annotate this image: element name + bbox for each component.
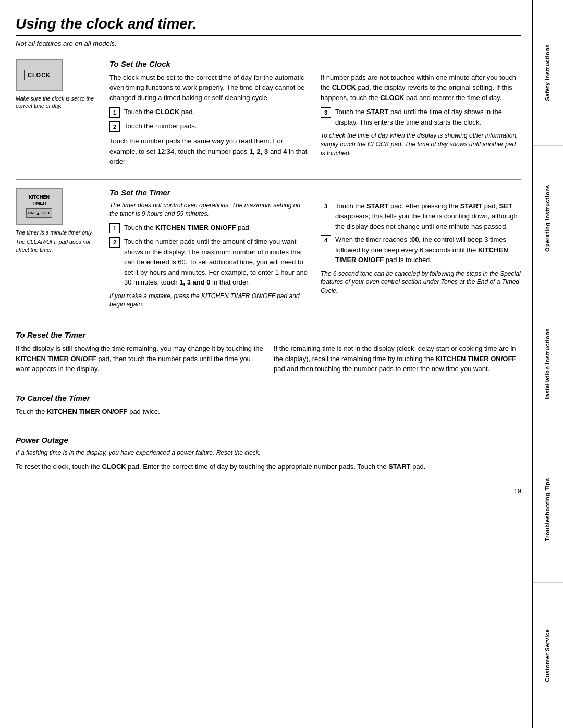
reset-timer-section: To Reset the Timer If the display is sti… bbox=[16, 330, 521, 386]
cancel-timer-title: To Cancel the Timer bbox=[16, 393, 521, 402]
clock-step-1: 1 Touch the CLOCK pad. bbox=[109, 107, 310, 118]
step-num-1: 1 bbox=[109, 107, 120, 118]
timer-image-label: KITCHENTIMER bbox=[29, 194, 50, 206]
timer-step-1-text: Touch the KITCHEN TIMER ON/OFF pad. bbox=[124, 223, 251, 233]
timer-step-num-1: 1 bbox=[109, 223, 120, 233]
clock-left-col: The clock must be set to the correct tim… bbox=[109, 72, 310, 171]
set-clock-title: To Set the Clock bbox=[109, 59, 521, 68]
clock-step-3-text: Touch the START pad until the time of da… bbox=[335, 107, 521, 127]
clock-step-1-text: Touch the CLOCK pad. bbox=[124, 107, 194, 117]
reset-timer-content: If the display is still showing the time… bbox=[16, 343, 521, 378]
set-timer-title: To Set the Timer bbox=[109, 188, 521, 197]
timer-step-num-3: 3 bbox=[321, 202, 331, 212]
timer-step-2-text: Touch the number pads until the amount o… bbox=[124, 237, 310, 288]
clock-caption: Make sure the clock is set to the correc… bbox=[16, 95, 99, 110]
timer-left-col: The timer does not control oven operatio… bbox=[109, 201, 310, 314]
set-timer-section: KITCHENTIMER ON ▲ OFF The timer is a min… bbox=[16, 188, 521, 323]
step-num-3: 3 bbox=[321, 107, 331, 118]
reset-timer-title: To Reset the Timer bbox=[16, 330, 521, 339]
timer-step-1: 1 Touch the KITCHEN TIMER ON/OFF pad. bbox=[109, 223, 310, 233]
clock-step-2-text: Touch the number pads. bbox=[124, 121, 197, 131]
timer-switch: ON ▲ OFF bbox=[26, 208, 52, 218]
timer-image: KITCHENTIMER ON ▲ OFF bbox=[16, 188, 63, 225]
clock-content: To Set the Clock The clock must be set t… bbox=[109, 59, 521, 171]
page-title: Using the clock and timer. bbox=[16, 16, 521, 36]
clock-image: CLOCK bbox=[16, 59, 63, 91]
page-subtitle: Not all features are on all models. bbox=[16, 39, 521, 49]
timer-step-num-4: 4 bbox=[321, 235, 331, 245]
power-outage-section: Power Outage If a flashing time is in th… bbox=[16, 436, 521, 483]
clock-image-col: CLOCK Make sure the clock is set to the … bbox=[16, 59, 99, 171]
clock-step3-list: 3 Touch the START pad until the time of … bbox=[321, 107, 521, 127]
clock-body-left: The clock must be set to the correct tim… bbox=[109, 72, 310, 103]
timer-caption-1: The timer is a minute timer only. bbox=[16, 229, 99, 237]
timer-right-italic: The 6 second tone can be canceled by fol… bbox=[321, 269, 521, 295]
sidebar-operating-label: Operating Instructions bbox=[544, 184, 551, 252]
clock-label: CLOCK bbox=[24, 70, 54, 80]
cancel-timer-text: Touch the KITCHEN TIMER ON/OFF pad twice… bbox=[16, 406, 521, 417]
clock-step-3: 3 Touch the START pad until the time of … bbox=[321, 107, 521, 127]
sidebar-operating: Operating Instructions bbox=[533, 146, 563, 292]
step-num-2: 2 bbox=[109, 121, 120, 132]
timer-step-4-text: When the timer reaches :00, the control … bbox=[335, 235, 521, 265]
timer-mistake-note: If you make a mistake, press the KITCHEN… bbox=[109, 292, 310, 310]
reset-timer-right: If the remaining time is not in the disp… bbox=[274, 343, 521, 378]
timer-step-4: 4 When the timer reaches :00, the contro… bbox=[321, 235, 521, 265]
clock-step-2: 2 Touch the number pads. bbox=[109, 121, 310, 132]
set-clock-section: CLOCK Make sure the clock is set to the … bbox=[16, 59, 521, 180]
clock-mid-para: Touch the number pads the same way you r… bbox=[109, 136, 310, 167]
timer-off-label: OFF bbox=[42, 211, 51, 216]
timer-steps-right: 3 Touch the START pad. After pressing th… bbox=[321, 201, 521, 265]
timer-image-col: KITCHENTIMER ON ▲ OFF The timer is a min… bbox=[16, 188, 99, 314]
timer-right-col: 3 Touch the START pad. After pressing th… bbox=[321, 201, 521, 314]
power-outage-title: Power Outage bbox=[16, 436, 521, 445]
sidebar-safety: Safety Instructions bbox=[533, 0, 563, 146]
timer-step-3-text: Touch the START pad. After pressing the … bbox=[335, 201, 521, 232]
power-outage-body: To reset the clock, touch the CLOCK pad.… bbox=[16, 462, 521, 472]
timer-arrow: ▲ bbox=[35, 210, 41, 217]
clock-body-right: If number pads are not touched within on… bbox=[321, 72, 521, 103]
timer-step-3: 3 Touch the START pad. After pressing th… bbox=[321, 201, 521, 232]
timer-content: To Set the Timer The timer does not cont… bbox=[109, 188, 521, 314]
timer-steps-left: 1 Touch the KITCHEN TIMER ON/OFF pad. 2 … bbox=[109, 223, 310, 288]
sidebar-troubleshooting: Troubleshooting Tips bbox=[533, 437, 563, 583]
sidebar-safety-label: Safety Instructions bbox=[544, 44, 551, 101]
sidebar-installation-label: Installation Instructions bbox=[544, 328, 551, 400]
right-sidebar: Safety Instructions Operating Instructio… bbox=[532, 0, 563, 728]
page-number: 19 bbox=[16, 483, 521, 495]
clock-steps: 1 Touch the CLOCK pad. 2 Touch the numbe… bbox=[109, 107, 310, 132]
reset-timer-right-text: If the remaining time is not in the disp… bbox=[274, 343, 521, 374]
clock-right-note: To check the time of day when the displa… bbox=[321, 131, 521, 157]
timer-step-num-2: 2 bbox=[109, 237, 120, 248]
timer-on-label: ON bbox=[28, 211, 34, 216]
sidebar-customer-label: Customer Service bbox=[544, 629, 551, 682]
timer-caption-2: The CLEAR/OFF pad does not affect the ti… bbox=[16, 238, 99, 253]
sidebar-installation: Installation Instructions bbox=[533, 291, 563, 437]
clock-right-col: If number pads are not touched within on… bbox=[321, 72, 521, 171]
reset-timer-left-text: If the display is still showing the time… bbox=[16, 343, 263, 374]
timer-step-2: 2 Touch the number pads until the amount… bbox=[109, 237, 310, 288]
sidebar-troubleshooting-label: Troubleshooting Tips bbox=[544, 478, 551, 541]
power-outage-italic: If a flashing time is in the display, yo… bbox=[16, 449, 521, 458]
reset-timer-left: If the display is still showing the time… bbox=[16, 343, 263, 378]
timer-italic-note: The timer does not control oven operatio… bbox=[109, 201, 310, 219]
sidebar-customer: Customer Service bbox=[533, 583, 563, 728]
cancel-timer-section: To Cancel the Timer Touch the KITCHEN TI… bbox=[16, 393, 521, 429]
